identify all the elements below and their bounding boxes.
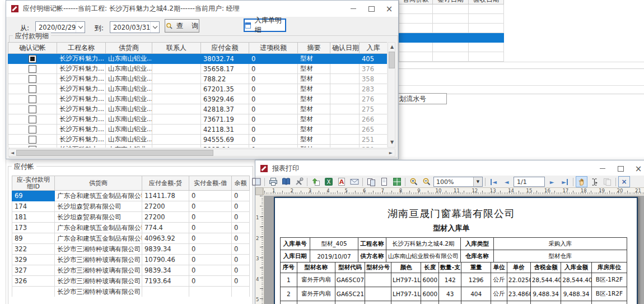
minimize-button[interactable] xyxy=(594,160,612,177)
column-header[interactable]: 供货商 xyxy=(55,176,142,191)
prev-page-button[interactable]: ◄ xyxy=(501,176,512,187)
close-preview-icon[interactable]: × xyxy=(618,176,630,187)
single-page-view-icon[interactable] xyxy=(378,176,390,187)
first-page-button[interactable]: ◄ xyxy=(488,176,500,187)
confirm-checkbox[interactable] xyxy=(29,105,36,113)
confirm-checkbox[interactable] xyxy=(29,85,36,93)
table-row[interactable]: 长沙万科魅力...山东南山铝业...67201.35 0型材283 xyxy=(8,84,388,94)
titlebar[interactable]: 报表打印 × xyxy=(255,160,644,177)
confirm-checkbox[interactable] xyxy=(29,116,36,123)
multi-page-view-icon[interactable] xyxy=(391,176,403,187)
zoom-in-icon[interactable] xyxy=(408,176,419,187)
export-icon[interactable] xyxy=(310,176,321,187)
zoom-out-icon[interactable] xyxy=(421,176,432,187)
page-setup-tools-icon[interactable] xyxy=(293,176,305,187)
confirm-checkbox[interactable] xyxy=(29,65,36,73)
pdf-export-icon[interactable]: A xyxy=(335,176,347,187)
table-row[interactable]: 322长沙市三湘特种玻璃有限公司9839.3400 xyxy=(12,244,250,255)
table-row[interactable] xyxy=(399,14,504,24)
table-row[interactable]: 长沙万科魅力...山东南山铝业...38032.74 0型材405 xyxy=(8,54,388,64)
copy-icon[interactable] xyxy=(601,176,613,187)
text-select-tool-button[interactable] xyxy=(589,176,600,187)
to-date-select[interactable]: 2020/03/31 xyxy=(110,21,160,33)
column-header[interactable]: 应-实付款明细ID xyxy=(12,176,55,191)
column-header[interactable]: 确认日期 xyxy=(330,43,360,54)
column-header[interactable]: 实付金额-借 xyxy=(189,176,232,191)
table-row[interactable] xyxy=(399,4,504,14)
table-row[interactable]: 长沙万科魅力...山东南山铝业...73671.19 0型材266 xyxy=(8,114,388,125)
chevron-down-icon[interactable] xyxy=(150,22,159,33)
horizontal-scrollbar[interactable]: ◄ ► xyxy=(8,149,395,156)
table-row[interactable]: 174长沙坦森贸易有限公司2720000 xyxy=(12,201,250,212)
table-row[interactable] xyxy=(399,24,504,33)
confirm-checkbox[interactable] xyxy=(29,95,36,103)
vertical-scrollbar[interactable]: ▲ ▼ xyxy=(388,42,395,148)
chevron-down-icon[interactable]: ▼ xyxy=(473,177,482,186)
last-page-button[interactable]: ► xyxy=(559,176,571,187)
maximize-button[interactable] xyxy=(362,1,380,17)
table-row[interactable] xyxy=(399,43,504,52)
scroll-left-icon[interactable]: ◄ xyxy=(11,151,14,155)
inbound-detail-button[interactable]: 入库单明细 xyxy=(244,19,286,32)
table-row[interactable]: 长沙万科魅力...山东南山铝业...3895.84 0型材250 xyxy=(8,145,388,148)
scrollbar-thumb[interactable] xyxy=(16,150,213,156)
table-row[interactable]: 长沙万科魅力...山东南山铝业...63929.46 0型材276 xyxy=(8,94,388,104)
query-button[interactable]: 查 询 xyxy=(165,19,199,33)
table-row[interactable]: 69广东合和建筑五金制品有限公司11411.7800 xyxy=(12,191,250,201)
column-header[interactable]: 供货商 xyxy=(106,43,152,54)
scroll-down-icon[interactable]: ▼ xyxy=(390,140,394,145)
close-button[interactable]: × xyxy=(629,160,644,177)
column-header[interactable]: 签订日期 xyxy=(433,0,469,4)
table-row[interactable]: 329长沙市三湘特种玻璃有限公司10790.4600 xyxy=(12,255,250,265)
table-row[interactable]: 181长沙坦森贸易有限公司2720000 xyxy=(12,212,250,223)
excel-export-icon[interactable]: X xyxy=(323,176,334,187)
column-header[interactable]: 工程名称 xyxy=(57,43,106,54)
toc-panel-icon[interactable] xyxy=(250,176,262,187)
plan-serial-field[interactable]: 计划流水号 xyxy=(391,93,447,104)
hand-tool-button[interactable] xyxy=(576,176,587,187)
confirm-checkbox[interactable] xyxy=(29,136,36,144)
scroll-up-icon[interactable]: ▲ xyxy=(390,45,394,49)
table-row[interactable]: 长沙万科魅力...山东南山铝业...788.22 0型材358 xyxy=(8,74,388,84)
scroll-right-icon[interactable]: ► xyxy=(389,151,393,155)
column-header[interactable]: 入库 xyxy=(360,43,388,54)
table-row[interactable]: 长沙万科魅力...山东南山铝业...42118.31 0型材265 xyxy=(8,125,388,135)
minimize-button[interactable] xyxy=(344,1,362,17)
table-row[interactable]: 长沙万科魅力...山东南山铝业...94555.69 0型材251 xyxy=(8,135,388,145)
column-header[interactable]: 应付金额 xyxy=(201,43,249,54)
column-header[interactable]: 联系人 xyxy=(152,43,201,54)
report-page[interactable]: 湖南亘晟门窗幕墙有限公司 型材入库单 入库单号型材_405工程名称 长沙万科魅力… xyxy=(274,197,638,304)
next-page-button[interactable]: ► xyxy=(546,176,558,187)
table-row[interactable]: 173广东合和建筑五金制品有限公司774.400 xyxy=(12,223,250,233)
confirm-checkbox[interactable] xyxy=(29,146,36,148)
table-row[interactable]: 327长沙市三湘特种玻璃有限公司9839.3400 xyxy=(12,265,250,276)
column-header[interactable]: 余额 xyxy=(232,176,250,191)
confirm-checkbox[interactable] xyxy=(29,75,36,83)
chevron-down-icon[interactable] xyxy=(76,22,85,33)
close-button[interactable]: × xyxy=(380,1,398,17)
page-number-input[interactable]: 1/1 xyxy=(514,177,545,187)
column-header[interactable]: 进项税额 xyxy=(249,43,298,54)
column-header[interactable]: 摘要 xyxy=(298,43,330,54)
table-row[interactable]: 326长沙市三湘特种玻璃有限公司7193.6400 xyxy=(12,276,250,287)
confirm-checkbox[interactable] xyxy=(29,55,36,63)
confirm-checkbox[interactable] xyxy=(29,126,36,133)
maximize-button[interactable] xyxy=(612,160,629,177)
column-header[interactable]: 应付金额-贷 xyxy=(142,176,189,191)
zoom-level-select[interactable]: 100% ▼ xyxy=(433,177,483,187)
titlebar[interactable]: 应付明细记帐------当前工程: 长沙万科魅力之城4.2期------当前用户… xyxy=(6,1,398,17)
print-icon[interactable] xyxy=(267,176,279,187)
column-header[interactable]: 合同价款 xyxy=(399,0,433,4)
table-row[interactable]: 长沙市三湘特种玻璃有限公司 xyxy=(12,287,250,297)
table-row[interactable]: 长沙万科魅力...山东南山铝业...35658.17 0型材376 xyxy=(8,64,388,74)
preview-book-icon[interactable] xyxy=(280,176,292,187)
two-page-view-icon[interactable] xyxy=(365,176,377,187)
column-header[interactable]: 确认记帐 xyxy=(8,43,57,54)
table-row[interactable] xyxy=(399,52,504,62)
email-icon[interactable] xyxy=(348,176,360,187)
scrollbar-thumb[interactable] xyxy=(389,52,395,68)
table-row-selected[interactable] xyxy=(399,33,504,43)
column-header[interactable]: 验收日期 xyxy=(469,0,504,4)
table-row[interactable]: 89广东合和建筑五金制品有限公司40963.9200 xyxy=(12,233,250,244)
table-row[interactable]: 长沙万科魅力...山东南山铝业...42818.37 0型材275 xyxy=(8,104,388,114)
